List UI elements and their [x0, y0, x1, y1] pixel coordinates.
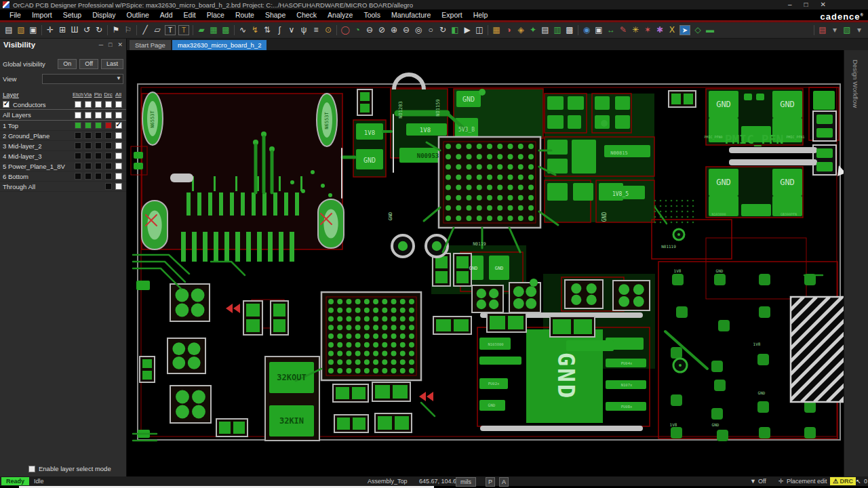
- maximize-icon[interactable]: □: [804, 0, 808, 9]
- shape-delete-icon[interactable]: ▩: [220, 24, 232, 36]
- select-mode-icon[interactable]: ➤: [679, 25, 690, 35]
- layer-color-box[interactable]: [105, 122, 112, 129]
- layer-color-box[interactable]: [105, 132, 112, 139]
- align-icon[interactable]: ≡: [310, 24, 322, 36]
- copy-icon[interactable]: ⊞: [56, 24, 68, 36]
- add-note-icon[interactable]: ▬: [704, 24, 716, 36]
- layer-all-checkbox[interactable]: [115, 142, 122, 149]
- slide-icon[interactable]: ∿: [237, 24, 249, 36]
- menu-setup[interactable]: Setup: [58, 9, 87, 20]
- pin-icon[interactable]: ⚑: [110, 24, 122, 36]
- menu-shape[interactable]: Shape: [260, 9, 291, 20]
- layer-color-box[interactable]: [85, 122, 92, 129]
- layer-color-box[interactable]: [85, 152, 92, 159]
- pcb-design[interactable]: GNDGNDGNDGNDPMIC_PFNPMIC_PFN0PMIC_PFN1N1…: [130, 50, 845, 475]
- properties-icon[interactable]: ▣: [593, 24, 605, 36]
- global-off-button[interactable]: Off: [79, 59, 98, 69]
- conductor-boxes-checkbox[interactable]: [85, 101, 92, 108]
- zoom-world-icon[interactable]: ○: [425, 24, 437, 36]
- shape-rect-icon[interactable]: ▦: [208, 24, 220, 36]
- zoom-fit-icon[interactable]: ◔: [351, 24, 363, 36]
- layer-color-box[interactable]: [95, 163, 102, 169]
- layer-color-box[interactable]: [75, 142, 81, 149]
- layer-all-checkbox[interactable]: [115, 132, 122, 139]
- menu-display[interactable]: Display: [87, 9, 121, 20]
- menu-manufacture[interactable]: Manufacture: [386, 9, 436, 20]
- bom-icon[interactable]: ▥: [551, 24, 564, 36]
- menu-edit[interactable]: Edit: [178, 9, 201, 20]
- via-toggle-icon[interactable]: ⊙: [322, 24, 334, 36]
- contrast-icon[interactable]: ✶: [642, 24, 654, 36]
- layer-color-box[interactable]: [95, 173, 102, 180]
- layer-color-box[interactable]: [105, 142, 112, 149]
- color-dialog-icon[interactable]: ◑: [502, 24, 515, 36]
- all-layer-boxes-checkbox[interactable]: [95, 112, 102, 119]
- save-design-icon[interactable]: ▣: [27, 24, 39, 36]
- flip-design-icon[interactable]: ◧: [449, 24, 461, 36]
- menu-check[interactable]: Check: [291, 9, 322, 20]
- view-dropdown[interactable]: ▼: [42, 74, 123, 84]
- route-bus-icon[interactable]: ⇅: [261, 24, 273, 36]
- global-last-button[interactable]: Last: [101, 59, 123, 69]
- layer-color-box[interactable]: [85, 142, 92, 149]
- shape-check-icon[interactable]: ✦: [527, 24, 539, 36]
- layer-color-box[interactable]: [105, 152, 112, 159]
- layer-all-checkbox[interactable]: [115, 183, 122, 190]
- menu-help[interactable]: Help: [468, 9, 494, 20]
- menu-analyze[interactable]: Analyze: [322, 9, 358, 20]
- zoom-in-icon[interactable]: ⊕: [388, 24, 400, 36]
- lock-icon[interactable]: ◈: [515, 24, 527, 36]
- export-menu-caret-icon[interactable]: ▾: [829, 24, 841, 36]
- drc-badge[interactable]: ⚠ DRC: [830, 477, 856, 485]
- conductor-boxes-checkbox[interactable]: [95, 101, 102, 108]
- edit-text-icon[interactable]: T: [178, 25, 189, 35]
- layer-color-box[interactable]: [105, 173, 112, 180]
- menu-route[interactable]: Route: [230, 9, 260, 20]
- add-shape-icon[interactable]: ▱: [151, 24, 163, 36]
- p-button[interactable]: P: [486, 477, 495, 487]
- layer-color-box[interactable]: [95, 152, 102, 159]
- redraw-icon[interactable]: ▶: [461, 24, 473, 36]
- units-button[interactable]: mils: [456, 477, 476, 487]
- menu-add[interactable]: Add: [155, 9, 178, 20]
- design-workflow-strip[interactable]: Design Workflow: [844, 50, 868, 477]
- layer-color-box[interactable]: [75, 163, 81, 169]
- all-layer-boxes-checkbox[interactable]: [85, 112, 92, 119]
- layer-all-checkbox[interactable]: [115, 173, 122, 180]
- export-pdf-icon[interactable]: ▤: [816, 24, 829, 36]
- layer-color-box[interactable]: [75, 122, 81, 129]
- all-layer-boxes-checkbox[interactable]: [75, 112, 81, 119]
- new-design-icon[interactable]: ▤: [3, 24, 15, 36]
- zoom-selection-icon[interactable]: ◎: [412, 24, 425, 36]
- view-options-icon[interactable]: ◉: [580, 24, 593, 36]
- color-edit-icon[interactable]: ✎: [617, 24, 629, 36]
- minimize-icon[interactable]: –: [788, 0, 792, 9]
- shape-polygon-icon[interactable]: ▰: [195, 24, 208, 36]
- panel-close-icon[interactable]: ✕: [117, 41, 123, 48]
- all-layer-boxes-checkbox[interactable]: [115, 112, 122, 119]
- all-layer-boxes-checkbox[interactable]: [105, 112, 112, 119]
- unpin-icon[interactable]: ⚐: [122, 24, 134, 36]
- frame-view-icon[interactable]: ◫: [473, 24, 486, 36]
- conductor-boxes-checkbox[interactable]: [75, 101, 81, 108]
- layer-color-box[interactable]: [75, 173, 81, 180]
- layer-all-checkbox[interactable]: [115, 152, 122, 159]
- open-design-icon[interactable]: ▧: [15, 24, 27, 36]
- global-on-button[interactable]: On: [58, 59, 77, 69]
- layer-color-box[interactable]: [95, 132, 102, 139]
- spread-lines-icon[interactable]: ψ: [298, 24, 310, 36]
- drc-update-icon[interactable]: ▩: [564, 24, 576, 36]
- add-text-icon[interactable]: T: [165, 25, 176, 35]
- help-menu-caret-icon[interactable]: ▾: [853, 24, 865, 36]
- redo-icon[interactable]: ↻: [93, 24, 105, 36]
- enable-layer-select-checkbox[interactable]: [28, 466, 35, 472]
- close-icon[interactable]: ✕: [821, 0, 826, 9]
- add-line-icon[interactable]: ╱: [139, 24, 151, 36]
- layer-color-box[interactable]: [85, 163, 92, 169]
- filter-icon[interactable]: ▼: [750, 477, 756, 485]
- conductor-boxes-checkbox[interactable]: [115, 101, 122, 108]
- layer-color-box[interactable]: [75, 132, 81, 139]
- panel-float-icon[interactable]: □: [108, 41, 112, 48]
- reports-icon[interactable]: ▤: [539, 24, 551, 36]
- undo-icon[interactable]: ↺: [81, 24, 93, 36]
